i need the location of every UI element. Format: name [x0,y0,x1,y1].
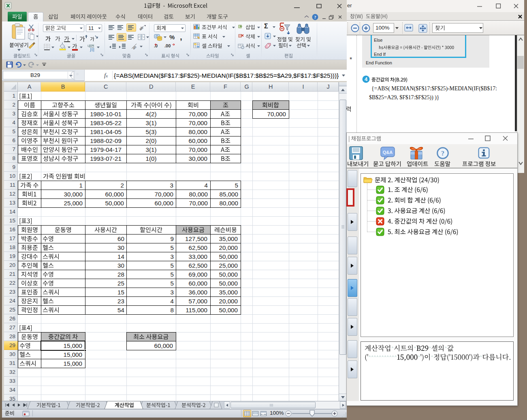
svg-text:?: ? [441,150,444,157]
svg-text:?: ? [314,15,316,19]
svg-text:ab: ab [132,45,137,50]
svg-text:4: 4 [365,76,368,82]
svg-text:Q&A: Q&A [383,150,393,155]
